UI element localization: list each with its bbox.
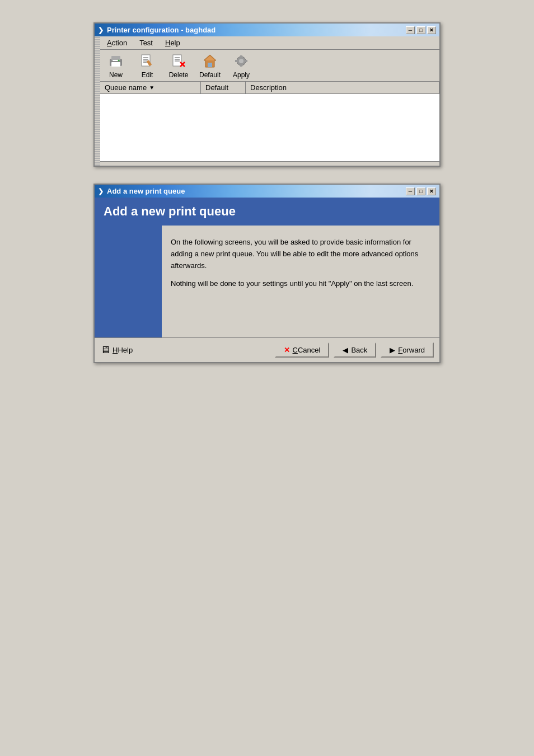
default-button[interactable]: Default — [199, 52, 221, 79]
back-label: Back — [351, 346, 367, 354]
add-queue-footer: 🖥 HHelp ✕ CCancel ◀ Back ▶ Forward — [95, 337, 439, 362]
help-icon: 🖥 — [100, 344, 110, 356]
cancel-icon: ✕ — [284, 346, 290, 354]
delete-icon — [170, 52, 188, 70]
add-queue-sidebar — [95, 226, 162, 337]
delete-label: Delete — [169, 71, 189, 79]
add-queue-window: ❯ Add a new print queue ─ □ ✕ Add a new … — [93, 184, 441, 363]
edit-button[interactable]: Edit — [136, 52, 158, 79]
title-arrow-icon: ❯ — [98, 26, 104, 34]
default-label: Default — [199, 71, 221, 79]
sort-arrow-icon: ▼ — [149, 84, 154, 91]
col-queue-name[interactable]: Queue name ▼ — [100, 82, 201, 93]
apply-label: Apply — [233, 71, 250, 79]
forward-label: Forward — [398, 346, 425, 354]
svg-rect-25 — [245, 60, 247, 62]
close-button-2[interactable]: ✕ — [427, 187, 436, 195]
printer-config-window: ❯ Printer configuration - baghdad ─ □ ✕ … — [93, 22, 441, 167]
menu-bar-1: Action Test Help — [100, 36, 439, 50]
close-button-1[interactable]: ✕ — [427, 26, 436, 34]
maximize-button-2[interactable]: □ — [416, 187, 425, 195]
title-bar-2: ❯ Add a new print queue ─ □ ✕ — [95, 185, 439, 198]
default-icon — [201, 52, 219, 70]
svg-rect-23 — [240, 64, 242, 67]
apply-icon — [232, 52, 250, 70]
table-header-1: Queue name ▼ Default Description — [100, 82, 439, 94]
add-queue-header-title: Add a new print queue — [104, 204, 236, 218]
minimize-button-1[interactable]: ─ — [406, 26, 415, 34]
help-button[interactable]: 🖥 HHelp — [100, 344, 133, 356]
cancel-button[interactable]: ✕ CCancel — [275, 342, 330, 358]
window-controls-2: ─ □ ✕ — [406, 187, 436, 195]
window1-title: Printer configuration - baghdad — [107, 26, 402, 34]
content-para-2: Nothing will be done to your settings un… — [171, 278, 430, 290]
window-controls-1: ─ □ ✕ — [406, 26, 436, 34]
status-bar-1 — [100, 161, 439, 166]
content-para-1: On the following screens, you will be as… — [171, 237, 430, 271]
svg-point-21 — [239, 59, 243, 63]
help-label: HHelp — [113, 346, 133, 354]
add-queue-content: On the following screens, you will be as… — [162, 226, 439, 337]
menu-test[interactable]: Test — [136, 37, 156, 48]
add-queue-header: Add a new print queue — [95, 198, 439, 226]
svg-point-4 — [118, 60, 120, 62]
forward-icon: ▶ — [390, 346, 395, 354]
title-bar-1: ❯ Printer configuration - baghdad ─ □ ✕ — [95, 24, 439, 36]
col-description[interactable]: Description — [246, 82, 439, 93]
back-button[interactable]: ◀ Back — [334, 342, 376, 358]
title-arrow-icon-2: ❯ — [98, 187, 104, 195]
menu-action[interactable]: Action — [104, 37, 130, 48]
maximize-button-1[interactable]: □ — [416, 26, 425, 34]
window1-main: Action Test Help — [100, 36, 439, 166]
add-queue-body: On the following screens, you will be as… — [95, 226, 439, 337]
toolbar-1: New — [100, 50, 439, 82]
window1-body: Action Test Help — [95, 36, 439, 166]
stripe-decoration-1 — [95, 36, 100, 166]
window2-title: Add a new print queue — [107, 187, 402, 195]
svg-rect-18 — [208, 63, 212, 67]
table-body-1 — [100, 94, 439, 161]
forward-button[interactable]: ▶ Forward — [381, 342, 434, 358]
apply-button[interactable]: Apply — [230, 52, 252, 79]
new-button[interactable]: New — [105, 52, 127, 79]
cancel-label: CCancel — [293, 346, 321, 354]
svg-rect-11 — [173, 55, 181, 66]
back-icon: ◀ — [343, 346, 348, 354]
menu-help[interactable]: Help — [162, 37, 184, 48]
delete-button[interactable]: Delete — [167, 52, 190, 79]
svg-rect-24 — [235, 60, 237, 62]
col-default[interactable]: Default — [201, 82, 246, 93]
printer-icon — [107, 52, 125, 70]
edit-icon — [138, 52, 156, 70]
svg-rect-22 — [240, 55, 242, 58]
svg-rect-2 — [111, 62, 120, 67]
new-label: New — [109, 71, 123, 79]
edit-label: Edit — [142, 71, 153, 79]
minimize-button-2[interactable]: ─ — [406, 187, 415, 195]
